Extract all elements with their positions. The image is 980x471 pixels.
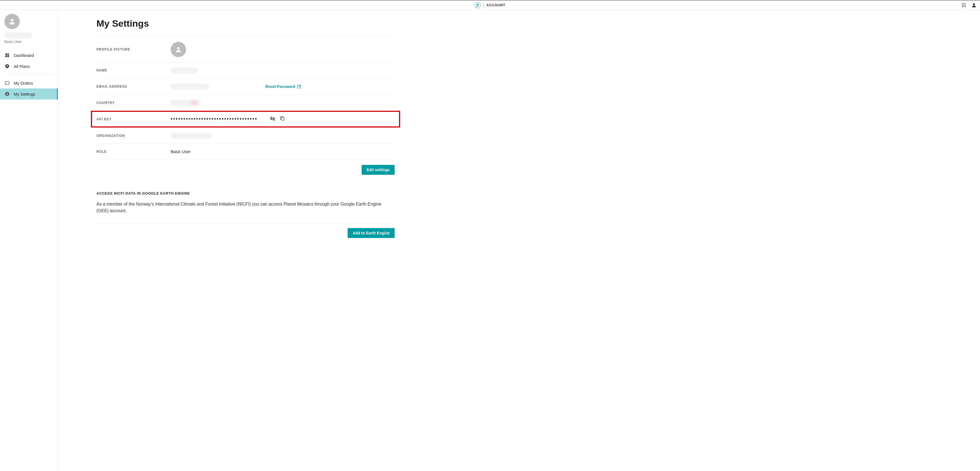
svg-point-15	[6, 65, 8, 67]
field-name: Name	[97, 62, 395, 78]
field-country: Country	[97, 94, 395, 111]
topbar-brand[interactable]: p ACCOUNT	[475, 2, 505, 8]
svg-rect-22	[282, 118, 284, 120]
nicfi-body: As a member of the Norway's Internationa…	[97, 201, 395, 214]
sidebar-item-label: All Plans	[14, 64, 30, 69]
nicfi-button-row: Add to Earth Engine	[97, 222, 395, 238]
organization-value-redacted	[171, 133, 212, 139]
sidebar-username-redacted	[5, 32, 32, 38]
sidebar-item-label: My Settings	[14, 92, 35, 97]
sidebar: Basic User Dashboard All Plans My Ord	[0, 10, 58, 471]
orders-icon	[5, 80, 10, 86]
svg-point-1	[964, 3, 964, 4]
edit-settings-button[interactable]: Edit settings	[362, 165, 395, 175]
svg-point-4	[964, 5, 964, 5]
sidebar-avatar	[5, 14, 20, 29]
topbar: p ACCOUNT	[0, 0, 980, 10]
field-profile-picture: Profile Picture	[97, 37, 395, 62]
edit-settings-row: Edit settings	[97, 159, 395, 175]
svg-point-0	[962, 3, 963, 4]
sidebar-item-dashboard[interactable]: Dashboard	[0, 50, 58, 61]
role-value: Basic User	[171, 149, 191, 154]
name-value-redacted	[171, 67, 198, 73]
main-content: My Settings Profile Picture Name Email A…	[58, 10, 980, 471]
svg-point-3	[962, 5, 963, 5]
svg-point-6	[962, 6, 963, 7]
field-label: Name	[97, 68, 171, 72]
add-to-earth-engine-button[interactable]: Add to Earth Engine	[348, 228, 395, 238]
plans-icon	[5, 64, 10, 69]
api-key-masked-value: ••••••••••••••••••••••••••••••••••	[171, 116, 258, 122]
apps-menu-icon[interactable]	[961, 3, 966, 8]
svg-rect-12	[8, 53, 9, 54]
svg-point-2	[965, 3, 966, 4]
sidebar-item-my-orders[interactable]: My Orders	[0, 78, 58, 89]
svg-rect-14	[5, 56, 7, 57]
field-email: Email Address Reset Password	[97, 78, 395, 94]
field-role: Role Basic User	[97, 144, 395, 159]
visibility-off-icon[interactable]	[270, 116, 276, 123]
profile-avatar	[171, 42, 186, 57]
svg-point-18	[6, 93, 8, 94]
sidebar-user-plan: Basic User	[5, 40, 53, 44]
field-label: Role	[97, 150, 171, 154]
country-value-redacted	[171, 100, 201, 106]
topbar-title: ACCOUNT	[487, 3, 505, 7]
reset-password-link[interactable]: Reset Password	[266, 84, 301, 89]
settings-user-icon	[5, 91, 10, 97]
external-link-icon	[297, 84, 301, 89]
svg-point-10	[11, 19, 13, 21]
field-label: Profile Picture	[97, 48, 171, 51]
svg-point-19	[177, 47, 180, 49]
user-account-icon[interactable]	[971, 3, 977, 8]
nicfi-heading: Access NICFI Data in Google Earth Engine	[97, 191, 395, 196]
sidebar-nav: Dashboard All Plans My Orders My Setting	[0, 50, 58, 99]
svg-rect-11	[5, 53, 7, 55]
svg-rect-16	[5, 82, 9, 84]
brand-logo-icon: p	[475, 2, 480, 8]
field-label: Country	[97, 101, 171, 105]
sidebar-item-my-settings[interactable]: My Settings	[0, 89, 58, 99]
field-organization: Organization	[97, 127, 395, 144]
svg-point-9	[973, 3, 975, 5]
svg-point-5	[965, 5, 966, 5]
svg-point-7	[964, 6, 964, 7]
field-label: API Key	[97, 117, 171, 121]
field-label: Email Address	[97, 84, 171, 89]
svg-point-8	[965, 6, 966, 7]
svg-rect-13	[8, 55, 9, 57]
copy-icon[interactable]	[280, 116, 285, 123]
dashboard-icon	[5, 53, 10, 58]
sidebar-item-all-plans[interactable]: All Plans	[0, 61, 58, 72]
sidebar-item-label: My Orders	[14, 81, 33, 86]
field-label: Organization	[97, 134, 171, 138]
page-title: My Settings	[97, 18, 395, 29]
sidebar-item-label: Dashboard	[14, 53, 34, 58]
reset-password-label: Reset Password	[266, 84, 295, 89]
field-api-key: API Key ••••••••••••••••••••••••••••••••…	[91, 111, 400, 127]
email-value-redacted	[171, 84, 209, 89]
sidebar-header: Basic User	[0, 14, 58, 47]
